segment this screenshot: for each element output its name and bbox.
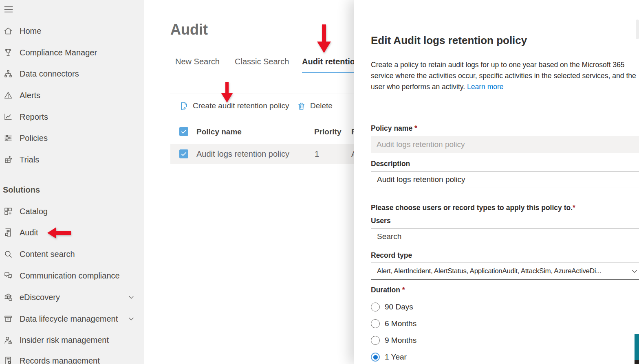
sidebar-item-label: Policies: [20, 134, 48, 143]
sidebar-item-label: Catalog: [20, 207, 48, 216]
record-type-dropdown[interactable]: Alert, AlertIncident, AlertStatus, Appli…: [371, 263, 639, 280]
users-label: Users: [371, 217, 391, 225]
chevron-down-icon[interactable]: [127, 293, 135, 301]
sidebar-item-reports[interactable]: Reports: [0, 109, 144, 125]
radio-label: 9 Months: [385, 336, 416, 345]
person-warning-icon: [3, 335, 13, 345]
required-asterisk: *: [573, 204, 575, 212]
alert-icon: [3, 90, 13, 100]
delete-button[interactable]: Delete: [297, 101, 342, 112]
sidebar-item-policies[interactable]: Policies: [0, 130, 144, 146]
sidebar-item-compliance-manager[interactable]: Compliance Manager: [0, 44, 144, 61]
screen: Home Compliance Manager Data connectors …: [0, 0, 639, 364]
sidebar-item-data-lifecycle-management[interactable]: Data lifecycle management: [0, 311, 144, 327]
tab-new-search[interactable]: New Search: [175, 57, 220, 66]
column-header-policy-name[interactable]: Policy name: [196, 127, 242, 136]
sidebar-item-ediscovery[interactable]: eDiscovery: [0, 289, 144, 305]
radio-label: 1 Year: [385, 353, 407, 362]
policy-name-field: Audit logs retention policy: [371, 136, 639, 153]
delete-button-label: Delete: [310, 101, 333, 110]
home-icon: [3, 26, 13, 36]
sidebar-item-label: Content search: [20, 250, 75, 259]
duration-label: Duration *: [371, 286, 405, 294]
sidebar-item-communication-compliance[interactable]: Communication compliance: [0, 268, 144, 284]
sidebar: Home Compliance Manager Data connectors …: [0, 0, 144, 364]
audit-icon: [3, 228, 13, 237]
chevron-down-icon[interactable]: [630, 267, 639, 276]
choose-users-record-types-label: Please choose users or record types to a…: [371, 204, 575, 212]
sidebar-item-records-management[interactable]: Records management: [0, 353, 144, 364]
solutions-section-header: Solutions: [3, 185, 40, 195]
radio-circle: [371, 319, 380, 328]
record-type-label: Record type: [371, 251, 412, 260]
reports-icon: [3, 112, 13, 122]
trials-icon: [3, 155, 13, 164]
annotation-arrow-down-create: [221, 82, 233, 103]
scrollbar-thumb[interactable]: [636, 20, 639, 39]
required-asterisk: *: [402, 286, 405, 294]
bank-icon: [3, 292, 13, 302]
create-policy-icon: [179, 101, 189, 111]
tab-classic-search[interactable]: Classic Search: [235, 57, 289, 66]
chevron-down-icon[interactable]: [127, 315, 135, 323]
column-header-priority[interactable]: Priority: [314, 127, 342, 136]
trash-icon: [297, 101, 306, 111]
create-button-label: Create audit retention policy: [193, 101, 289, 110]
toolbar-separator: [170, 94, 358, 94]
radio-label: 6 Months: [385, 319, 416, 328]
cell-priority: 1: [315, 149, 319, 159]
archive-icon: [3, 314, 13, 324]
required-asterisk: *: [414, 124, 417, 132]
sidebar-item-label: Data lifecycle management: [20, 314, 118, 324]
sidebar-item-label: Audit: [20, 228, 38, 237]
radio-circle: [371, 336, 380, 345]
sidebar-divider: [3, 176, 135, 176]
sidebar-item-label: Compliance Manager: [20, 48, 97, 57]
sidebar-item-label: Insider risk management: [20, 335, 109, 345]
panel-description: Create a policy to retain audit logs for…: [371, 59, 639, 92]
row-checkbox[interactable]: [179, 149, 188, 158]
sidebar-item-audit[interactable]: Audit: [0, 224, 144, 241]
sidebar-item-label: Records management: [20, 356, 100, 364]
sidebar-item-label: Reports: [20, 112, 48, 122]
users-search-input[interactable]: [371, 228, 639, 245]
sidebar-item-label: Home: [20, 26, 41, 36]
catalog-icon: [3, 206, 13, 216]
teal-edge-bar: [635, 334, 639, 360]
check-icon: [180, 128, 187, 135]
sidebar-item-catalog[interactable]: Catalog: [0, 203, 144, 219]
header-checkbox[interactable]: [179, 127, 188, 136]
check-icon: [180, 150, 187, 158]
sidebar-item-trials[interactable]: Trials: [0, 151, 144, 168]
learn-more-link[interactable]: Learn more: [467, 83, 504, 91]
sliders-icon: [3, 133, 13, 143]
sidebar-item-data-connectors[interactable]: Data connectors: [0, 66, 144, 82]
radio-circle: [371, 353, 380, 362]
search-icon: [3, 249, 13, 259]
edit-policy-panel: Edit Audit logs retention policy Create …: [354, 0, 639, 364]
sidebar-item-label: eDiscovery: [20, 293, 60, 302]
sidebar-item-alerts[interactable]: Alerts: [0, 87, 144, 103]
hamburger-menu-icon[interactable]: [3, 4, 14, 15]
description-field[interactable]: Audit logs retention policy: [371, 171, 639, 188]
sidebar-item-label: Trials: [20, 155, 39, 164]
radio-label: 90 Days: [385, 303, 413, 311]
annotation-arrow-down-tab: [317, 24, 331, 53]
sidebar-item-content-search[interactable]: Content search: [0, 246, 144, 262]
doc-gear-icon: [3, 356, 13, 364]
sidebar-item-insider-risk-management[interactable]: Insider risk management: [0, 332, 144, 348]
policy-name-label: Policy name *: [371, 124, 417, 133]
sidebar-item-label: Data connectors: [20, 69, 79, 79]
sidebar-item-label: Communication compliance: [20, 271, 120, 281]
create-audit-retention-policy-button[interactable]: Create audit retention policy: [179, 101, 306, 112]
sidebar-item-label: Alerts: [20, 91, 40, 100]
chat-icon: [3, 271, 13, 281]
page-title: Audit: [170, 21, 208, 38]
radio-circle: [371, 303, 380, 311]
trophy-icon: [3, 48, 13, 57]
description-label: Description: [371, 160, 410, 168]
active-tab-underline: [302, 72, 355, 73]
sidebar-item-home[interactable]: Home: [0, 23, 144, 39]
teal-edge-bar-end: [635, 360, 639, 364]
tab-audit-retention[interactable]: Audit retention: [302, 57, 360, 66]
